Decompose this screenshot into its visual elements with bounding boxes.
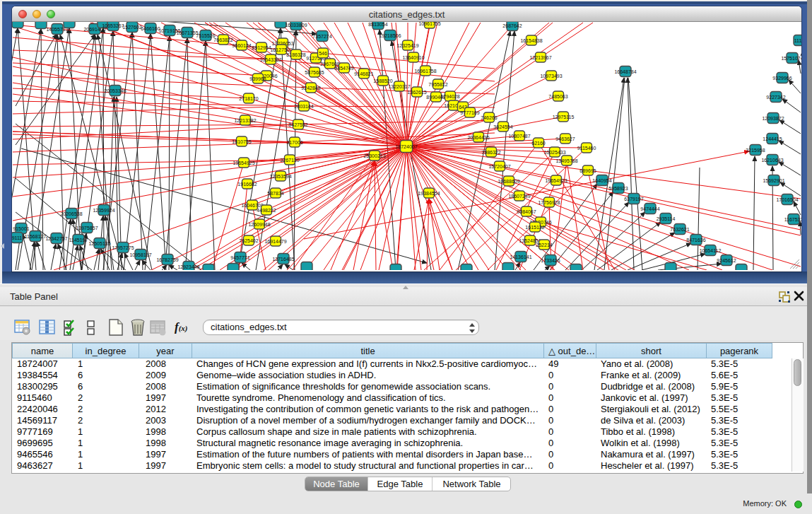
svg-text:16671355: 16671355: [176, 30, 198, 35]
svg-text:16127502: 16127502: [270, 47, 292, 52]
svg-text:2687642: 2687642: [502, 23, 522, 28]
svg-text:17016504: 17016504: [776, 197, 798, 202]
svg-text:18607249: 18607249: [508, 194, 530, 199]
svg-text:10653267: 10653267: [102, 23, 124, 28]
svg-text:18724007: 18724007: [395, 144, 417, 149]
svg-text:13495788: 13495788: [555, 158, 577, 163]
svg-text:7485063: 7485063: [548, 94, 567, 99]
svg-text:13975857: 13975857: [76, 226, 98, 230]
svg-text:1112: 1112: [794, 38, 801, 43]
svg-text:5875685: 5875685: [305, 70, 324, 75]
svg-text:7632621: 7632621: [670, 227, 689, 232]
svg-text:9660124: 9660124: [232, 43, 251, 48]
svg-text:2803144: 2803144: [294, 104, 313, 109]
svg-text:8912954: 8912954: [252, 45, 271, 50]
svg-text:16033809: 16033809: [285, 23, 307, 28]
svg-text:9111: 9111: [12, 235, 22, 240]
svg-text:252214: 252214: [536, 243, 552, 247]
svg-text:15692901: 15692901: [763, 178, 784, 183]
svg-text:6379197: 6379197: [624, 197, 643, 201]
svg-text:10025433: 10025433: [543, 150, 565, 155]
svg-text:20364436: 20364436: [467, 135, 489, 140]
svg-text:9227342: 9227342: [766, 95, 785, 100]
svg-text:1588520: 1588520: [373, 78, 392, 83]
svg-text:8186328: 8186328: [286, 52, 305, 57]
svg-text:7986322: 7986322: [481, 150, 500, 155]
svg-text:8427552: 8427552: [288, 122, 307, 127]
svg-text:9146821: 9146821: [354, 71, 373, 76]
svg-text:15751074: 15751074: [781, 56, 801, 61]
svg-text:8471636: 8471636: [686, 238, 705, 243]
svg-text:10654112: 10654112: [700, 248, 722, 253]
svg-text:7663822: 7663822: [213, 37, 233, 42]
svg-text:11568127: 11568127: [25, 234, 47, 239]
svg-text:9242848: 9242848: [301, 86, 320, 90]
svg-text:417006: 417006: [286, 140, 302, 145]
svg-text:16961758: 16961758: [414, 69, 436, 74]
svg-text:9463627: 9463627: [555, 136, 575, 141]
svg-text:15720407: 15720407: [488, 164, 510, 169]
svg-text:12342757: 12342757: [45, 236, 67, 241]
svg-text:12093872: 12093872: [762, 116, 784, 121]
svg-text:6466160: 6466160: [141, 26, 160, 31]
svg-text:19384554: 19384554: [418, 191, 440, 196]
svg-text:7515526: 7515526: [196, 33, 215, 38]
svg-text:9457771: 9457771: [230, 255, 249, 260]
svg-text:13640910: 13640910: [402, 55, 424, 60]
svg-text:3215958: 3215958: [746, 148, 765, 153]
svg-text:915001: 915001: [13, 226, 29, 231]
svg-text:10688609: 10688609: [498, 179, 519, 184]
svg-text:10958187: 10958187: [129, 252, 151, 257]
svg-text:587834: 587834: [267, 191, 283, 196]
svg-text:19654925: 19654925: [233, 160, 254, 165]
svg-text:12213382: 12213382: [234, 118, 256, 123]
svg-text:16782759: 16782759: [156, 257, 178, 262]
svg-text:1145197: 1145197: [69, 238, 88, 243]
svg-text:9245612: 9245612: [717, 258, 736, 263]
svg-text:1640954: 1640954: [592, 178, 611, 183]
svg-text:16648784: 16648784: [614, 69, 636, 74]
svg-text:14136141: 14136141: [510, 255, 531, 259]
svg-text:12325419: 12325419: [396, 43, 418, 48]
svg-text:2935114: 2935114: [657, 216, 676, 221]
svg-text:19218506: 19218506: [379, 33, 401, 38]
svg-text:13716485: 13716485: [272, 257, 294, 262]
svg-text:10543382: 10543382: [259, 57, 281, 62]
svg-text:9474444: 9474444: [640, 206, 659, 211]
svg-text:4498222: 4498222: [257, 208, 276, 213]
svg-text:25300213: 25300213: [363, 153, 385, 158]
svg-text:689695: 689695: [579, 168, 596, 173]
svg-text:1244415: 1244415: [763, 136, 782, 141]
svg-text:1362615: 1362615: [407, 90, 426, 95]
svg-text:19654923: 19654923: [545, 178, 567, 183]
svg-text:17756928: 17756928: [538, 200, 560, 205]
svg-text:1810755: 1810755: [232, 139, 251, 144]
svg-text:8454749: 8454749: [334, 66, 353, 71]
svg-text:20206538: 20206538: [60, 211, 82, 216]
svg-text:9329966: 9329966: [772, 76, 792, 81]
svg-text:7357274: 7357274: [312, 34, 331, 39]
svg-text:3267130: 3267130: [280, 158, 299, 163]
svg-text:7955812: 7955812: [428, 82, 447, 87]
svg-text:9115460: 9115460: [577, 146, 596, 151]
svg-text:1167533: 1167533: [784, 217, 801, 222]
svg-text:16046708: 16046708: [241, 203, 263, 208]
svg-text:12353594: 12353594: [269, 174, 291, 179]
svg-text:12923448: 12923448: [177, 264, 199, 269]
svg-text:1916682: 1916682: [237, 182, 257, 187]
svg-text:5958923: 5958923: [608, 186, 628, 191]
svg-text:13220317: 13220317: [388, 84, 410, 89]
svg-text:16154838: 16154838: [520, 38, 542, 43]
svg-text:9084067: 9084067: [517, 209, 536, 214]
svg-text:7625402: 7625402: [239, 238, 258, 243]
svg-text:939968: 939968: [249, 76, 266, 81]
svg-text:12609948: 12609948: [248, 222, 270, 227]
svg-text:20053346: 20053346: [104, 88, 126, 93]
svg-text:10961755: 10961755: [418, 22, 440, 26]
svg-text:1527602: 1527602: [122, 25, 141, 30]
svg-text:62160: 62160: [531, 141, 546, 146]
svg-text:1733426: 1733426: [541, 258, 560, 263]
svg-text:8813054: 8813054: [368, 22, 387, 27]
svg-text:17957275: 17957275: [112, 245, 134, 250]
svg-text:10973493: 10973493: [540, 74, 562, 78]
